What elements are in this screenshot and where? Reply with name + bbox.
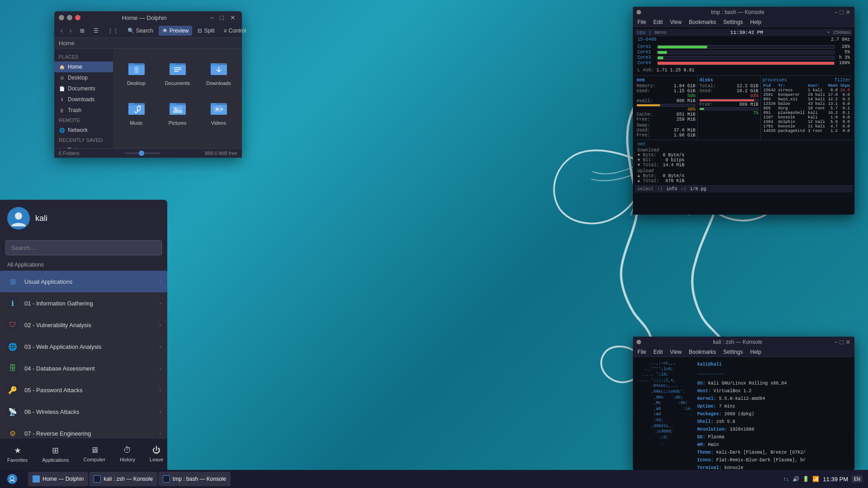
svg-rect-11 [211, 63, 217, 66]
view-columns-button[interactable]: ⋮⋮ [104, 26, 122, 36]
window-minimize-action[interactable]: − [208, 14, 215, 21]
cpu-bars: Core1 28% Core2 5% Core3 h 3% [635, 43, 853, 67]
file-item-downloads[interactable]: Downloads [200, 53, 237, 89]
back-button[interactable]: ‹ [58, 26, 66, 36]
minimize-button[interactable] [59, 15, 64, 20]
neo-username: kali@kali [697, 362, 722, 367]
today-icon: 📅 [59, 147, 65, 148]
file-item-documents[interactable]: Documents [159, 53, 196, 89]
launcher-item-reverse-eng[interactable]: ⚙ 07 - Reverse Engineering › [0, 422, 167, 438]
view-list-button[interactable]: ☰ [90, 26, 102, 36]
menu-view[interactable]: View [670, 19, 682, 25]
split-button[interactable]: ⊟ Split [194, 26, 218, 36]
htop-close[interactable]: ✕ [845, 9, 851, 16]
window-close-action[interactable]: ✕ [228, 14, 237, 21]
launcher-item-usual-apps[interactable]: ⊞ Usual Applications › [0, 271, 167, 292]
sidebar-downloads-label: Downloads [68, 96, 94, 103]
nf-menu-bookmarks[interactable]: Bookmarks [689, 349, 716, 355]
sidebar-item-desktop[interactable]: 🖥 Desktop [54, 72, 113, 83]
launcher-search-input[interactable] [5, 240, 162, 255]
favorites-button[interactable]: ★ Favorites [0, 443, 35, 465]
launcher-item-database[interactable]: 🗄 04 - Database Assessment › [0, 357, 167, 379]
nf-menu-file[interactable]: File [637, 349, 646, 355]
neofetch-title: kali : zsh — Konsole [644, 339, 831, 345]
reverse-eng-icon: ⚙ [6, 427, 19, 438]
sidebar-item-downloads[interactable]: ⬇ Downloads [54, 94, 113, 105]
web-analysis-icon: 🌐 [6, 340, 19, 353]
favorites-label: Favorites [7, 457, 28, 463]
taskbar-right: ↑↓ 🔊 🔋 📶 11:39 PM EN [777, 475, 868, 483]
view-grid-button[interactable]: ⊞ [76, 26, 88, 36]
file-item-music[interactable]: Music [118, 93, 155, 129]
nf-menu-view[interactable]: View [670, 349, 682, 355]
htop-title: tmp : bash — Konsole [644, 9, 831, 15]
leave-icon: ⏻ [152, 446, 160, 455]
usual-apps-icon: ⊞ [6, 275, 19, 288]
history-button[interactable]: ⏱ History [113, 443, 142, 465]
menu-help[interactable]: Help [750, 19, 761, 25]
cpu-info: + 2500ms [827, 30, 851, 35]
sidebar-item-trash[interactable]: 🗑 Trash [54, 105, 113, 116]
sidebar-item-home[interactable]: 🏠 Home [54, 61, 113, 72]
maximize-button[interactable] [67, 15, 72, 20]
nf-menu-settings[interactable]: Settings [723, 349, 743, 355]
window-maximize-action[interactable]: □ [218, 14, 226, 21]
neofetch-dot [637, 340, 641, 344]
net-section: net Download ▼ Byte:0 Byte/s ▼ Bit:0 bit… [635, 140, 853, 185]
applications-button[interactable]: ⊞ Applications [35, 443, 76, 465]
neo-os: Kali GNU/Linux Rolling x86_64 [708, 381, 787, 386]
nf-menu-help[interactable]: Help [750, 349, 761, 355]
launcher-item-info-gathering[interactable]: ℹ 01 - Information Gathering › [0, 292, 167, 314]
neo-icons: Flat-Remix-Blue-Dark [Plasma], br [716, 458, 806, 463]
launcher-item-vuln-analysis[interactable]: 🛡 02 - Vulnerability Analysis › [0, 314, 167, 336]
folder-count: 6 Folders [59, 150, 80, 156]
menu-file[interactable]: File [637, 19, 646, 25]
file-item-videos[interactable]: Videos [200, 93, 237, 129]
launcher-item-wireless[interactable]: 📡 06 - Wireless Attacks › [0, 401, 167, 422]
sidebar-item-today[interactable]: 📅 Today [54, 145, 113, 148]
sidebar-item-documents[interactable]: 📄 Documents [54, 83, 113, 94]
close-button[interactable] [75, 15, 80, 20]
arrow-icon-4: › [160, 366, 161, 371]
taskbar-dolphin-btn[interactable]: Home — Dolphin [28, 472, 88, 486]
svg-point-26 [10, 476, 14, 480]
list-icon: ☰ [94, 28, 99, 34]
music-folder-icon [126, 97, 147, 118]
htop-controls: − □ ✕ [834, 9, 851, 16]
neofetch-minimize[interactable]: − [834, 338, 838, 346]
preview-button[interactable]: 👁 Preview [159, 26, 193, 36]
leave-button[interactable]: ⏻ Leave [142, 443, 170, 465]
launcher-item-web-analysis[interactable]: 🌐 03 - Web Application Analysis › [0, 336, 167, 357]
file-item-desktop[interactable]: Desktop [118, 53, 155, 89]
launcher-item-password[interactable]: 🔑 05 - Password Attacks › [0, 379, 167, 401]
taskbar-zsh-btn[interactable]: kali : zsh — Konsole [89, 472, 157, 486]
time-display: 11:39:42 PM [730, 30, 763, 35]
load-avg: L AVG: 1.71 1.25 0.81 [635, 67, 853, 74]
places-section-label: Places [54, 52, 113, 61]
file-item-pictures[interactable]: Pictures [159, 93, 196, 129]
search-button[interactable]: 🔍 Search [124, 26, 157, 36]
menu-bookmarks[interactable]: Bookmarks [689, 19, 716, 25]
htop-maximize[interactable]: □ [840, 9, 844, 16]
svg-rect-8 [170, 63, 176, 66]
neofetch-maximize[interactable]: □ [840, 338, 844, 346]
size-slider[interactable] [124, 152, 160, 154]
username-label: kali [35, 214, 47, 223]
svg-rect-22 [211, 103, 217, 106]
computer-button[interactable]: 🖥 Computer [76, 443, 113, 465]
taskbar-bash-btn[interactable]: tmp : bash — Konsole [158, 472, 231, 486]
forward-button[interactable]: › [66, 26, 74, 36]
htop-minimize[interactable]: − [834, 9, 838, 16]
downloads-icon: ⬇ [59, 96, 65, 103]
menu-settings[interactable]: Settings [723, 19, 743, 25]
nf-menu-edit[interactable]: Edit [653, 349, 663, 355]
control-button[interactable]: ≡ Control [220, 26, 250, 36]
neofetch-close[interactable]: ✕ [845, 338, 851, 346]
music-folder-label: Music [130, 120, 143, 126]
kali-menu-button[interactable] [4, 473, 21, 485]
sidebar-item-network[interactable]: 🌐 Network [54, 125, 113, 136]
tray-icon-1: ↑↓ [782, 475, 789, 483]
svg-rect-14 [128, 103, 135, 106]
menu-edit[interactable]: Edit [653, 19, 663, 25]
remote-section-label: Remote [54, 116, 113, 125]
